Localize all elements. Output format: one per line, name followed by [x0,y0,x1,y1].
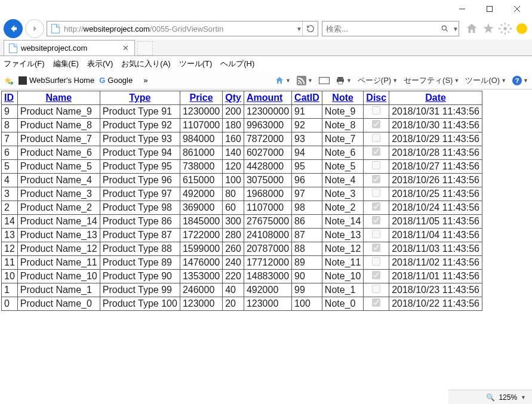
mail-dropdown[interactable] [319,77,330,84]
cell-disc [364,119,389,132]
favorite-websurfer[interactable]: WebSurfer's Home [19,76,94,85]
cell-name: Product Name_7 [17,132,100,146]
cell-type: Product Type 97 [100,187,180,201]
tab-close-button[interactable]: ✕ [121,44,130,53]
disc-checkbox[interactable] [372,175,380,183]
sort-link-id[interactable]: ID [4,92,14,103]
url-dropdown-icon[interactable]: ▼ [296,26,302,32]
table-row: 7Product Name_7Product Type 939840001607… [2,132,482,146]
svg-rect-8 [337,77,343,79]
cell-date: 2018/10/31 11:43:56 [389,105,482,119]
cell-amount: 1107000 [244,201,291,215]
table-row: 14Product Name_14Product Type 8618450003… [2,215,482,229]
sort-link-amount[interactable]: Amount [247,92,282,103]
cell-disc [364,160,389,174]
disc-checkbox[interactable] [372,134,380,142]
new-tab-button[interactable] [137,41,153,55]
disc-checkbox[interactable] [372,161,380,169]
forward-button[interactable] [25,19,44,38]
sort-link-price[interactable]: Price [189,92,213,103]
disc-checkbox[interactable] [372,243,380,252]
sort-link-date[interactable]: Date [425,92,446,103]
back-button[interactable] [4,19,23,38]
cell-note: Note_7 [322,132,364,146]
search-input[interactable] [322,24,437,33]
table-header-row: ID Name Type Price Qty Amount CatID Note… [2,91,482,105]
cell-disc [364,283,389,297]
maximize-button[interactable] [476,1,503,17]
safety-menu[interactable]: セーフティ(S) ▼ [404,75,459,86]
page-menu[interactable]: ページ(P) ▼ [358,75,398,86]
cell-type: Product Type 89 [100,256,180,270]
browser-tab[interactable]: websiteproject.com ✕ [4,40,135,55]
search-bar[interactable]: ▼ [322,21,459,36]
cell-catid: 87 [292,229,322,242]
cell-name: Product Name_2 [17,201,100,215]
cell-catid: 86 [292,215,322,229]
disc-checkbox[interactable] [372,285,380,293]
disc-checkbox[interactable] [372,189,380,197]
cell-amount: 24108000 [244,229,291,242]
disc-checkbox[interactable] [372,106,380,115]
favorites-overflow[interactable]: » [143,76,147,85]
disc-checkbox[interactable] [372,298,380,307]
menu-bar: ファイル(F) 編集(E) 表示(V) お気に入り(A) ツール(T) ヘルプ(… [0,56,532,72]
cell-note: Note_3 [322,187,364,201]
address-bar[interactable]: http://websiteproject.com/0055-GridViewS… [47,21,318,36]
sort-link-disc[interactable]: Disc [366,92,386,103]
cell-qty: 120 [223,160,244,174]
table-row: 5Product Name_5Product Type 957380001204… [2,160,482,174]
menu-view[interactable]: 表示(V) [87,58,113,69]
cell-qty: 100 [223,174,244,187]
disc-checkbox[interactable] [372,257,380,266]
sort-link-note[interactable]: Note [332,92,353,103]
table-row: 11Product Name_11Product Type 8914760002… [2,256,482,270]
navigation-bar: http://websiteproject.com/0055-GridViewS… [0,18,532,39]
url-input[interactable]: http://websiteproject.com/0055-GridViewS… [64,24,296,33]
sort-link-name[interactable]: Name [45,92,72,103]
home-icon[interactable] [465,22,478,35]
disc-checkbox[interactable] [372,271,380,279]
tools-menu[interactable]: ツール(O) ▼ [465,75,506,86]
refresh-button[interactable] [302,21,318,36]
cell-disc [364,215,389,229]
menu-file[interactable]: ファイル(F) [4,58,45,69]
disc-checkbox[interactable] [372,120,380,128]
disc-checkbox[interactable] [372,147,380,156]
disc-checkbox[interactable] [372,202,380,211]
search-button[interactable] [437,24,453,33]
cell-note: Note_11 [322,256,364,270]
disc-checkbox[interactable] [372,216,380,224]
minimize-button[interactable] [448,1,476,17]
cell-disc [364,297,389,311]
cell-date: 2018/10/28 11:43:56 [389,146,482,160]
rss-dropdown[interactable]: ▼ [297,76,313,85]
cell-id: 8 [2,119,18,132]
search-dropdown-icon[interactable]: ▼ [453,26,459,32]
col-header-name: Name [17,91,100,105]
smiley-icon[interactable] [515,22,528,35]
sort-link-type[interactable]: Type [129,92,150,103]
menu-edit[interactable]: 編集(E) [53,58,79,69]
help-button[interactable]: ?▼ [512,76,528,85]
favorite-google[interactable]: G Google [99,76,133,85]
favorites-star-icon[interactable] [482,22,495,35]
settings-gear-icon[interactable] [499,22,512,35]
menu-favorites[interactable]: お気に入り(A) [121,58,170,69]
gridview-table: ID Name Type Price Qty Amount CatID Note… [1,91,482,311]
home-dropdown[interactable]: ▼ [275,76,291,85]
disc-checkbox[interactable] [372,230,380,238]
menu-tools[interactable]: ツール(T) [179,58,213,69]
cell-name: Product Name_0 [17,297,100,311]
close-button[interactable] [503,1,531,17]
print-dropdown[interactable]: ▼ [336,76,352,85]
cell-catid: 98 [292,201,322,215]
cell-catid: 94 [292,146,322,160]
cell-amount: 7872000 [244,132,291,146]
sort-link-qty[interactable]: Qty [225,92,241,103]
sort-link-catid[interactable]: CatID [294,92,319,103]
cell-catid: 99 [292,283,322,297]
cell-date: 2018/10/22 11:43:56 [389,297,482,311]
menu-help[interactable]: ヘルプ(H) [220,58,254,69]
add-favorite-arrow-icon: ➔ [8,79,14,87]
